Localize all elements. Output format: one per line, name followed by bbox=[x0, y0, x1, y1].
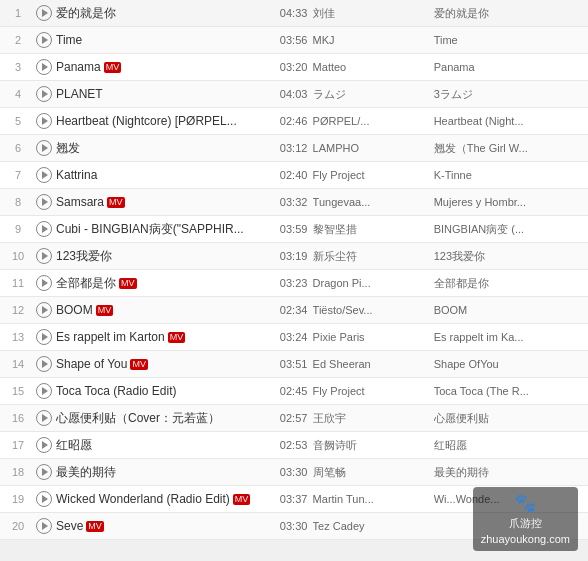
play-button[interactable] bbox=[36, 32, 52, 48]
play-button-col[interactable] bbox=[32, 437, 56, 453]
track-artist[interactable]: LAMPHO bbox=[313, 142, 434, 154]
play-button-col[interactable] bbox=[32, 167, 56, 183]
play-button[interactable] bbox=[36, 194, 52, 210]
table-row[interactable]: 14Shape of YouMV03:51Ed SheeranShape OfY… bbox=[0, 351, 588, 378]
play-button[interactable] bbox=[36, 248, 52, 264]
track-album[interactable]: 翘发（The Girl W... bbox=[434, 141, 584, 156]
play-button[interactable] bbox=[36, 518, 52, 534]
track-title[interactable]: Time bbox=[56, 33, 275, 47]
play-button-col[interactable] bbox=[32, 302, 56, 318]
track-album[interactable]: 爱的就是你 bbox=[434, 6, 584, 21]
track-title[interactable]: 123我爱你 bbox=[56, 248, 275, 265]
play-button[interactable] bbox=[36, 59, 52, 75]
track-artist[interactable]: Martin Tun... bbox=[313, 493, 434, 505]
play-button-col[interactable] bbox=[32, 140, 56, 156]
track-album[interactable]: 心愿便利贴 bbox=[434, 411, 584, 426]
track-artist[interactable]: Fly Project bbox=[313, 169, 434, 181]
track-artist[interactable]: Tez Cadey bbox=[313, 520, 434, 532]
play-button[interactable] bbox=[36, 383, 52, 399]
track-artist[interactable]: 刘佳 bbox=[313, 6, 434, 21]
play-button[interactable] bbox=[36, 437, 52, 453]
track-title[interactable]: 翘发 bbox=[56, 140, 275, 157]
table-row[interactable]: 15Toca Toca (Radio Edit)02:45Fly Project… bbox=[0, 378, 588, 405]
track-artist[interactable]: Tiësto/Sev... bbox=[313, 304, 434, 316]
table-row[interactable]: 7Kattrina02:40Fly ProjectK-Tinne bbox=[0, 162, 588, 189]
play-button[interactable] bbox=[36, 113, 52, 129]
play-button-col[interactable] bbox=[32, 86, 56, 102]
play-button[interactable] bbox=[36, 356, 52, 372]
play-button-col[interactable] bbox=[32, 491, 56, 507]
mv-badge[interactable]: MV bbox=[130, 359, 148, 370]
play-button[interactable] bbox=[36, 140, 52, 156]
track-album[interactable]: Toca Toca (The R... bbox=[434, 385, 584, 397]
play-button[interactable] bbox=[36, 410, 52, 426]
track-artist[interactable]: ラムジ bbox=[313, 87, 434, 102]
play-button-col[interactable] bbox=[32, 59, 56, 75]
track-album[interactable]: 红昭愿 bbox=[434, 438, 584, 453]
track-title[interactable]: Es rappelt im KartonMV bbox=[56, 330, 275, 344]
track-title[interactable]: Wicked Wonderland (Radio Edit)MV bbox=[56, 492, 275, 506]
play-button[interactable] bbox=[36, 491, 52, 507]
table-row[interactable]: 8SamsaraMV03:32Tungevaa...Mujeres y Homb… bbox=[0, 189, 588, 216]
play-button[interactable] bbox=[36, 5, 52, 21]
table-row[interactable]: 12BOOMMV02:34Tiësto/Sev...BOOM bbox=[0, 297, 588, 324]
mv-badge[interactable]: MV bbox=[168, 332, 186, 343]
play-button[interactable] bbox=[36, 329, 52, 345]
track-album[interactable]: BOOM bbox=[434, 304, 584, 316]
track-album[interactable]: 123我爱你 bbox=[434, 249, 584, 264]
track-artist[interactable]: Matteo bbox=[313, 61, 434, 73]
play-button-col[interactable] bbox=[32, 518, 56, 534]
table-row[interactable]: 4PLANET04:03ラムジ3ラムジ bbox=[0, 81, 588, 108]
play-button[interactable] bbox=[36, 221, 52, 237]
table-row[interactable]: 1爱的就是你04:33刘佳爱的就是你 bbox=[0, 0, 588, 27]
mv-badge[interactable]: MV bbox=[86, 521, 104, 532]
table-row[interactable]: 3PanamaMV03:20MatteoPanama bbox=[0, 54, 588, 81]
table-row[interactable]: 17红昭愿02:53音阙诗听红昭愿 bbox=[0, 432, 588, 459]
play-button[interactable] bbox=[36, 464, 52, 480]
play-button-col[interactable] bbox=[32, 194, 56, 210]
track-album[interactable]: 最美的期待 bbox=[434, 465, 584, 480]
mv-badge[interactable]: MV bbox=[104, 62, 122, 73]
track-artist[interactable]: Pixie Paris bbox=[313, 331, 434, 343]
track-title[interactable]: PanamaMV bbox=[56, 60, 275, 74]
track-title[interactable]: 心愿便利贴（Cover：元若蓝） bbox=[56, 410, 275, 427]
mv-badge[interactable]: MV bbox=[96, 305, 114, 316]
table-row[interactable]: 5Heartbeat (Nightcore) [PØRPEL...02:46PØ… bbox=[0, 108, 588, 135]
track-album[interactable]: Heartbeat (Night... bbox=[434, 115, 584, 127]
track-album[interactable]: 全部都是你 bbox=[434, 276, 584, 291]
table-row[interactable]: 18最美的期待03:30周笔畅最美的期待 bbox=[0, 459, 588, 486]
track-artist[interactable]: 王欣宇 bbox=[313, 411, 434, 426]
track-title[interactable]: Shape of YouMV bbox=[56, 357, 275, 371]
track-artist[interactable]: Ed Sheeran bbox=[313, 358, 434, 370]
track-title[interactable]: Cubi - BINGBIAN病变("SAPPHIR... bbox=[56, 221, 275, 238]
track-album[interactable]: Es rappelt im Ka... bbox=[434, 331, 584, 343]
play-button-col[interactable] bbox=[32, 383, 56, 399]
track-title[interactable]: 最美的期待 bbox=[56, 464, 275, 481]
play-button-col[interactable] bbox=[32, 275, 56, 291]
track-album[interactable]: K-Tinne bbox=[434, 169, 584, 181]
track-artist[interactable]: PØRPEL/... bbox=[313, 115, 434, 127]
table-row[interactable]: 9Cubi - BINGBIAN病变("SAPPHIR...03:59黎智坚措B… bbox=[0, 216, 588, 243]
track-title[interactable]: 爱的就是你 bbox=[56, 5, 275, 22]
play-button[interactable] bbox=[36, 86, 52, 102]
play-button-col[interactable] bbox=[32, 329, 56, 345]
track-artist[interactable]: 周笔畅 bbox=[313, 465, 434, 480]
track-title[interactable]: Kattrina bbox=[56, 168, 275, 182]
play-button-col[interactable] bbox=[32, 5, 56, 21]
track-title[interactable]: SeveMV bbox=[56, 519, 275, 533]
play-button[interactable] bbox=[36, 167, 52, 183]
track-album[interactable]: 3ラムジ bbox=[434, 87, 584, 102]
track-title[interactable]: BOOMMV bbox=[56, 303, 275, 317]
play-button-col[interactable] bbox=[32, 113, 56, 129]
table-row[interactable]: 2Time03:56MKJTime bbox=[0, 27, 588, 54]
track-album[interactable]: Mujeres y Hombr... bbox=[434, 196, 584, 208]
play-button-col[interactable] bbox=[32, 356, 56, 372]
track-artist[interactable]: 音阙诗听 bbox=[313, 438, 434, 453]
track-album[interactable]: BINGBIAN病变 (... bbox=[434, 222, 584, 237]
play-button-col[interactable] bbox=[32, 410, 56, 426]
track-artist[interactable]: Tungevaa... bbox=[313, 196, 434, 208]
play-button-col[interactable] bbox=[32, 32, 56, 48]
track-artist[interactable]: Dragon Pi... bbox=[313, 277, 434, 289]
track-album[interactable]: Shape OfYou bbox=[434, 358, 584, 370]
track-artist[interactable]: Fly Project bbox=[313, 385, 434, 397]
